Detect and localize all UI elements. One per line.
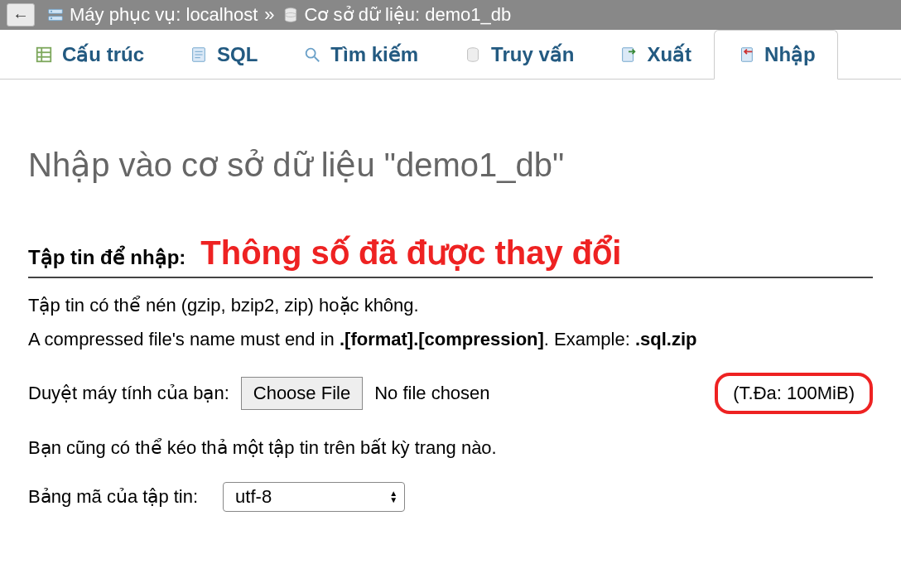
breadcrumb-server-label: Máy phục vụ:: [70, 4, 181, 25]
tab-sql-label: SQL: [217, 43, 258, 66]
tab-structure-label: Cấu trúc: [62, 43, 144, 66]
tab-import-label: Nhập: [764, 43, 816, 66]
compress-info-2d: .sql.zip: [635, 329, 697, 349]
page-title: Nhập vào cơ sở dữ liệu "demo1_db": [28, 146, 873, 184]
browse-row: Duyệt máy tính của bạn: Choose File No f…: [28, 373, 873, 414]
charset-value: utf-8: [235, 486, 272, 508]
browse-label: Duyệt máy tính của bạn:: [28, 383, 229, 404]
breadcrumb-bar: ← Máy phục vụ: localhost » Cơ sở dữ liệu…: [0, 0, 901, 30]
tab-export-label: Xuất: [647, 43, 691, 66]
tab-export[interactable]: Xuất: [596, 30, 714, 79]
compress-info-2b: .[format].[compression]: [340, 329, 544, 349]
tab-bar: Cấu trúc SQL Tìm kiếm Truy: [0, 30, 901, 80]
file-import-section-header: Tập tin để nhập: Thông số đã được thay đ…: [28, 234, 873, 278]
breadcrumb-server[interactable]: Máy phục vụ: localhost: [70, 4, 258, 26]
compress-info-line1: Tập tin có thể nén (gzip, bzip2, zip) ho…: [28, 293, 873, 319]
tab-search[interactable]: Tìm kiếm: [280, 30, 441, 79]
breadcrumb-database[interactable]: Cơ sở dữ liệu: demo1_db: [305, 4, 512, 26]
breadcrumb-separator: »: [264, 4, 274, 26]
compress-info-2c: . Example:: [544, 329, 635, 349]
charset-label: Bảng mã của tập tin:: [28, 486, 198, 508]
svg-point-2: [51, 11, 52, 12]
breadcrumb-db-label: Cơ sở dữ liệu:: [305, 4, 421, 25]
breadcrumb-db-name: demo1_db: [425, 4, 511, 25]
export-icon: [619, 45, 638, 65]
tab-search-label: Tìm kiếm: [330, 43, 418, 66]
changed-annotation: Thông số đã được thay đổi: [200, 234, 621, 272]
back-button[interactable]: ←: [7, 3, 35, 27]
no-file-chosen-text: No file chosen: [374, 383, 489, 404]
svg-point-3: [51, 17, 52, 19]
database-icon: [282, 6, 300, 24]
query-icon: [463, 45, 483, 65]
tab-query[interactable]: Truy vấn: [441, 30, 596, 79]
charset-select[interactable]: utf-8 ▲▼: [223, 482, 405, 512]
file-import-label: Tập tin để nhập:: [28, 246, 186, 269]
arrow-left-icon: ←: [12, 6, 29, 25]
max-size-badge: (T.Đa: 100MiB): [715, 373, 873, 414]
tab-structure[interactable]: Cấu trúc: [12, 30, 166, 79]
compress-info-line2: A compressed file's name must end in .[f…: [28, 327, 873, 353]
svg-rect-17: [623, 48, 634, 62]
choose-file-button[interactable]: Choose File: [241, 377, 363, 410]
charset-row: Bảng mã của tập tin: utf-8 ▲▼: [28, 482, 873, 512]
breadcrumb-server-name: localhost: [186, 4, 258, 25]
main-content: Nhập vào cơ sở dữ liệu "demo1_db" Tập ti…: [0, 80, 901, 512]
svg-line-15: [315, 57, 320, 62]
sql-icon: [189, 45, 209, 65]
tab-sql[interactable]: SQL: [166, 30, 280, 79]
svg-point-14: [306, 49, 316, 58]
import-icon: [736, 45, 756, 65]
chevron-updown-icon: ▲▼: [389, 490, 398, 504]
server-icon: [46, 6, 65, 24]
tab-import[interactable]: Nhập: [714, 30, 838, 80]
drag-drop-hint: Bạn cũng có thể kéo thả một tập tin trên…: [28, 437, 873, 459]
tab-query-label: Truy vấn: [491, 43, 574, 66]
structure-icon: [34, 45, 54, 65]
search-icon: [302, 45, 322, 65]
compress-info-2a: A compressed file's name must end in: [28, 329, 340, 349]
svg-rect-6: [37, 48, 51, 62]
